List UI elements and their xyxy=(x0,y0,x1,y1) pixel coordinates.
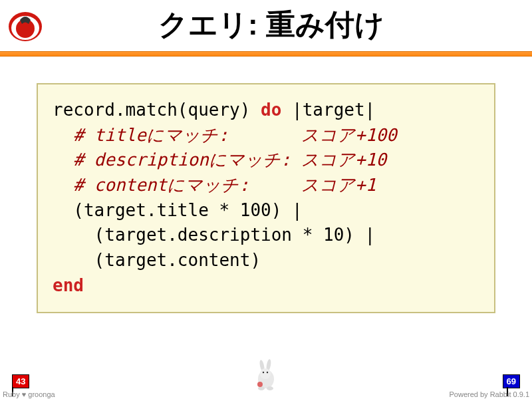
code-comment-3: # contentにマッチ: スコア+1 xyxy=(53,175,376,195)
header-divider xyxy=(0,51,532,57)
slide-footer: 43 69 Ruby ♥ groonga Powered by Rabbit 0… xyxy=(0,368,532,399)
code-line-1-plain: record.match(query) xyxy=(53,100,261,120)
rabbit-icon xyxy=(251,359,281,391)
code-line-7: (target.content) xyxy=(53,250,261,270)
total-pages-flag: 69 xyxy=(503,374,520,388)
groonga-logo-icon xyxy=(7,7,44,44)
footer-left-b: groonga xyxy=(26,390,55,398)
slide-header: クエリ: 重み付け xyxy=(0,0,532,51)
code-comment-1: # titleにマッチ: スコア+100 xyxy=(53,125,397,145)
footer-text-row: Ruby ♥ groonga Powered by Rabbit 0.9.1 xyxy=(0,388,532,399)
current-page-flag: 43 xyxy=(12,374,29,388)
code-line-1-tail: |target| xyxy=(281,100,375,120)
code-line-5: (target.title * 100) | xyxy=(53,200,303,220)
code-comment-2: # descriptionにマッチ: スコア+10 xyxy=(53,150,386,170)
footer-right-text: Powered by Rabbit 0.9.1 xyxy=(450,390,529,398)
footer-left-text: Ruby ♥ groonga xyxy=(3,390,55,398)
footer-left-a: Ruby xyxy=(3,390,22,398)
svg-point-7 xyxy=(263,372,264,373)
code-block: record.match(query) do |target| # titleに… xyxy=(37,83,495,313)
svg-point-8 xyxy=(267,372,268,373)
svg-point-6 xyxy=(260,368,271,379)
code-keyword-end: end xyxy=(53,275,84,295)
progress-row: 43 69 xyxy=(0,368,532,388)
slide-title: クエリ: 重み付け xyxy=(44,5,525,45)
svg-point-11 xyxy=(257,382,263,387)
code-keyword-do: do xyxy=(261,100,281,120)
code-line-6: (target.description * 10) | xyxy=(53,225,375,245)
